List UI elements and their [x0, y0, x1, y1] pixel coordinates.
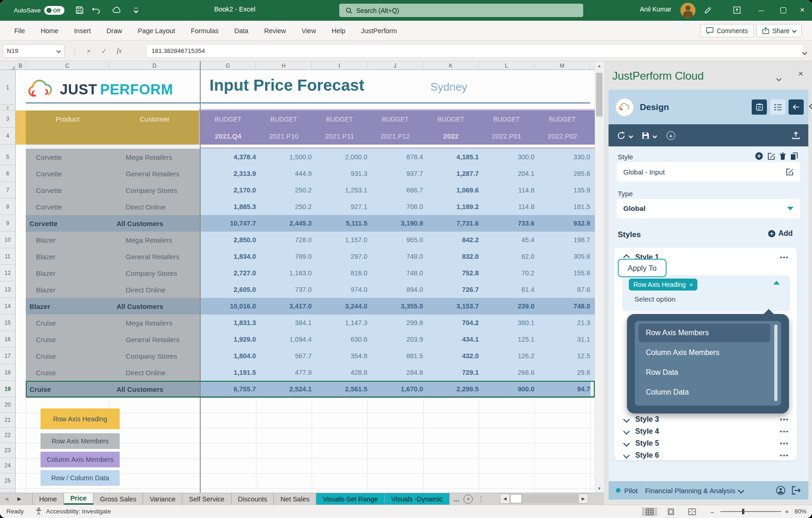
apply-to-select[interactable]: Row Axis Heading × Select option — [622, 275, 790, 311]
value-cell[interactable]: 114.8 — [479, 198, 540, 215]
value-cell[interactable]: 1,831.3 — [200, 314, 262, 332]
period-header-cell[interactable]: 2021.P12 — [367, 128, 423, 145]
value-cell[interactable]: 181.5 — [534, 198, 596, 215]
value-cell[interactable]: 965.0 — [367, 232, 429, 249]
customer-header-cell[interactable]: Customer — [109, 111, 200, 128]
value-cell[interactable]: 125.1 — [479, 331, 540, 348]
sheet-tab-home[interactable]: Home — [33, 493, 64, 505]
scroll-down-button[interactable]: ▼ — [595, 484, 603, 493]
product-header-cell[interactable]: Product — [26, 111, 110, 128]
value-cell[interactable]: 2,170.0 — [200, 182, 262, 199]
row-header-23[interactable]: 23 — [0, 443, 15, 458]
dropdown-option-column-data[interactable]: Column Data — [638, 383, 770, 402]
pane-collapse-button[interactable] — [810, 102, 812, 110]
value-cell[interactable]: 62.0 — [479, 248, 540, 265]
ribbon-tab-help[interactable]: Help — [324, 21, 353, 41]
value-cell[interactable]: 733.6 — [479, 215, 540, 232]
product-cell[interactable]: Blazer — [26, 265, 120, 282]
column-header-D[interactable]: D — [109, 61, 200, 70]
value-cell[interactable]: 203.9 — [367, 331, 429, 348]
selected-tag[interactable]: Row Axis Heading × — [629, 279, 697, 291]
product-cell[interactable]: Cruise — [26, 381, 113, 398]
row-header-17[interactable]: 17 — [0, 348, 15, 364]
row-header-6[interactable]: 6 — [0, 165, 15, 182]
refresh-menu-button[interactable] — [629, 131, 632, 140]
period-header-cell[interactable]: 2022.P01 — [479, 128, 535, 145]
value-cell[interactable]: 1,163.0 — [256, 265, 318, 282]
style-row-style-6[interactable]: Style 6••• — [614, 449, 797, 461]
style-row-style-3[interactable]: Style 3••• — [614, 413, 797, 425]
period-header-cell[interactable]: 2022.P02 — [534, 128, 591, 145]
value-cell[interactable]: 630.6 — [312, 331, 373, 348]
style-delete-button[interactable] — [779, 152, 786, 160]
row-header-15[interactable]: 15 — [0, 314, 15, 331]
product-cell[interactable]: Blazer — [26, 232, 120, 249]
value-cell[interactable]: 6,755.7 — [200, 381, 262, 398]
row-header-12[interactable]: 12 — [0, 265, 15, 281]
period-header-cell[interactable]: 2022 — [423, 128, 479, 145]
column-header-B[interactable]: B — [16, 61, 26, 70]
ribbon-tab-justperform[interactable]: JustPerform — [353, 21, 405, 41]
value-cell[interactable]: 5,111.5 — [312, 215, 373, 232]
value-cell[interactable]: 21.3 — [534, 314, 596, 332]
hscroll-left-button[interactable]: ◀ — [500, 494, 510, 504]
value-cell[interactable]: 155.8 — [534, 265, 596, 282]
period-header-cell[interactable]: 2021.P10 — [256, 128, 312, 145]
ribbon-tab-home[interactable]: Home — [33, 21, 66, 41]
row-header-7[interactable]: 7 — [0, 182, 15, 198]
value-cell[interactable]: 10,016.0 — [200, 298, 262, 315]
cancel-entry-button[interactable]: × — [82, 44, 96, 58]
pane-menu-button[interactable] — [777, 74, 781, 82]
value-cell[interactable]: 250.2 — [256, 198, 318, 215]
budget-header-cell[interactable]: BUDGET — [479, 111, 535, 128]
row-header-9[interactable]: 9 — [0, 215, 15, 232]
value-cell[interactable]: 7,731.6 — [423, 215, 485, 232]
period-header-cell[interactable]: 2021.P11 — [312, 128, 368, 145]
style-row-style-4[interactable]: Style 4••• — [614, 425, 797, 437]
value-cell[interactable]: 666.7 — [367, 182, 429, 199]
product-cell[interactable]: Corvette — [26, 215, 113, 232]
value-cell[interactable]: 931.3 — [312, 165, 373, 182]
expand-formula-bar-button[interactable] — [803, 48, 806, 56]
period-header-cell[interactable]: 2021.Q4 — [200, 128, 256, 145]
footer-app-name[interactable]: Financial Planning & Analysis — [645, 487, 735, 495]
search-input[interactable]: Search (Alt+Q) — [339, 4, 583, 17]
value-cell[interactable]: 29.8 — [534, 364, 596, 381]
value-cell[interactable]: 2,561.5 — [312, 381, 373, 398]
value-cell[interactable]: 2,313.9 — [200, 165, 262, 182]
value-cell[interactable]: 284.8 — [367, 364, 429, 381]
close-button[interactable]: × — [795, 4, 810, 17]
style1-menu-button[interactable]: ••• — [780, 256, 789, 258]
value-cell[interactable]: 1,069.6 — [423, 182, 485, 199]
undo-button[interactable] — [90, 5, 102, 16]
pane-close-button[interactable]: × — [798, 69, 803, 79]
zoom-in-button[interactable]: + — [785, 507, 789, 515]
row-header-3[interactable]: 3 — [0, 111, 15, 128]
sheet-tab-gross-sales[interactable]: Gross Sales — [93, 493, 143, 505]
value-cell[interactable]: 94.7 — [534, 381, 596, 398]
profile-button[interactable] — [776, 486, 785, 495]
value-cell[interactable]: 1,191.5 — [200, 364, 262, 381]
row-header-4[interactable]: 4 — [0, 128, 15, 145]
style-copy-button[interactable] — [790, 152, 798, 160]
sheet-tab-discounts[interactable]: Discounts — [232, 493, 274, 505]
value-cell[interactable]: 937.7 — [367, 165, 429, 182]
value-cell[interactable]: 842.2 — [423, 232, 485, 249]
value-cell[interactable]: 704.2 — [423, 314, 485, 332]
row-header-8[interactable]: 8 — [0, 198, 15, 215]
sheet-tab-self-service[interactable]: Self Service — [182, 493, 231, 505]
dropdown-option-column-axis-members[interactable]: Column Axis Members — [638, 343, 770, 362]
row-header-2[interactable]: 2 — [0, 105, 15, 111]
row-header-14[interactable]: 14 — [0, 298, 15, 314]
column-header-J[interactable]: J — [367, 61, 423, 70]
zoom-slider-track[interactable] — [720, 511, 781, 512]
forms-button[interactable] — [752, 99, 767, 115]
value-cell[interactable]: 927.1 — [312, 198, 373, 215]
value-cell[interactable]: 1,189.2 — [423, 198, 485, 215]
avatar[interactable] — [680, 3, 696, 18]
zoom-out-button[interactable]: − — [710, 508, 714, 516]
value-cell[interactable]: 728.0 — [256, 232, 318, 249]
formula-input[interactable]: 181.382846715354 — [146, 44, 804, 58]
autosave-toggle[interactable]: AutoSave Off — [14, 6, 64, 15]
value-cell[interactable]: 3,355.0 — [367, 298, 429, 315]
